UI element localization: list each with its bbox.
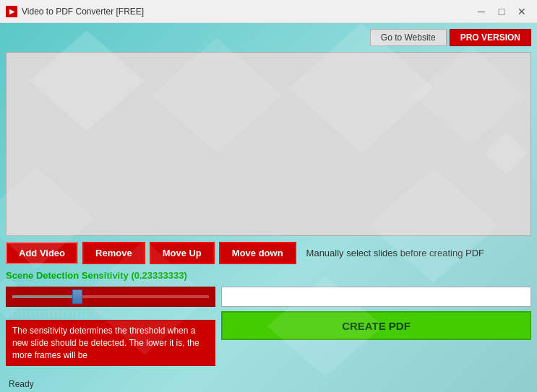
app-title: Video to PDF Converter [FREE] bbox=[22, 6, 144, 17]
action-buttons-row: Add Video Remove Move Up Move down Manua… bbox=[6, 242, 531, 264]
move-up-button[interactable]: Move Up bbox=[150, 242, 215, 264]
hint-text: Manually select slides before creating P… bbox=[306, 248, 484, 258]
title-bar: ▶ Video to PDF Converter [FREE] ─ □ ✕ bbox=[0, 0, 537, 23]
slider-track bbox=[12, 295, 209, 298]
slider-thumb[interactable] bbox=[72, 289, 82, 304]
close-button[interactable]: ✕ bbox=[512, 4, 531, 19]
main-area: Go to Website PRO VERSION Add Video Remo… bbox=[0, 23, 537, 392]
right-section: CREATE PDF bbox=[221, 287, 531, 366]
bottom-row: | | | | | | | | | | | | | | | | | | | | bbox=[6, 287, 531, 366]
app-icon: ▶ bbox=[6, 6, 17, 17]
move-down-button[interactable]: Move down bbox=[219, 242, 296, 264]
website-button[interactable]: Go to Website bbox=[370, 29, 447, 46]
status-bar: Ready bbox=[9, 379, 34, 389]
add-video-button[interactable]: Add Video bbox=[6, 242, 78, 264]
slider-column: | | | | | | | | | | | | | | | | | | | | bbox=[6, 287, 215, 366]
sensitivity-label: Scene Detection Sensitivity (0.23333333) bbox=[6, 270, 531, 281]
window-controls: ─ □ ✕ bbox=[472, 4, 531, 19]
maximize-button[interactable]: □ bbox=[492, 4, 511, 19]
sensitivity-section: Scene Detection Sensitivity (0.23333333) bbox=[6, 270, 531, 281]
slider-ticks: | | | | | | | | | | | | | | | | | | | | bbox=[6, 310, 215, 317]
sensitivity-info-box: The sensitivity determines the threshold… bbox=[6, 320, 215, 366]
slider-fill bbox=[12, 295, 81, 298]
remove-button[interactable]: Remove bbox=[82, 242, 145, 264]
minimize-button[interactable]: ─ bbox=[472, 4, 491, 19]
create-pdf-button[interactable]: CREATE PDF bbox=[221, 311, 531, 340]
sensitivity-slider-container bbox=[6, 287, 215, 307]
pro-version-button[interactable]: PRO VERSION bbox=[450, 29, 531, 46]
header-buttons: Go to Website PRO VERSION bbox=[6, 29, 531, 46]
video-preview-area bbox=[6, 52, 531, 236]
output-path-input[interactable] bbox=[221, 287, 531, 307]
